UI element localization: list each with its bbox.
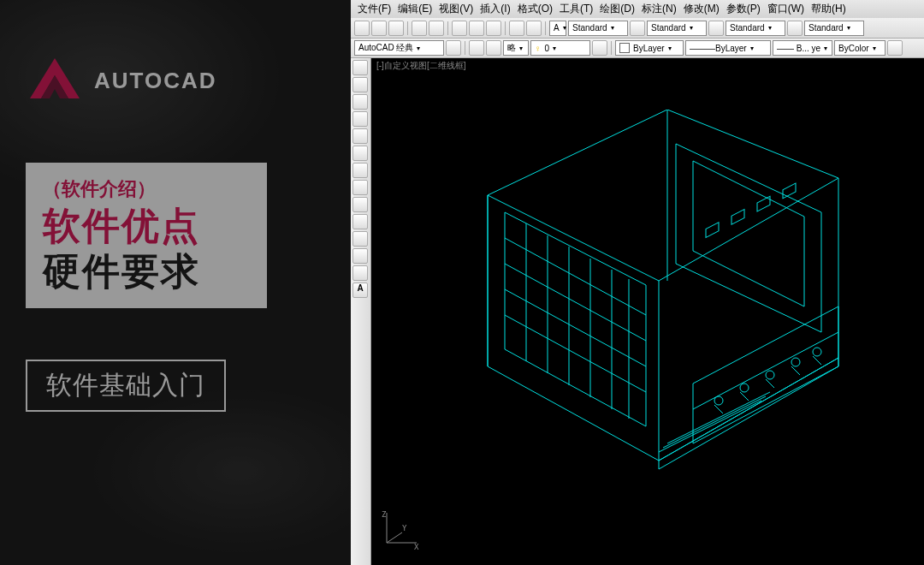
polyline-icon[interactable] xyxy=(352,77,368,92)
menu-tools[interactable]: 工具(T) xyxy=(556,0,596,18)
menu-help[interactable]: 帮助(H) xyxy=(808,0,850,18)
toolbar-layers: AutoCAD 经典 略 ♀ 0 ByLayer ———ByLayer —— B… xyxy=(351,39,924,58)
rect-icon[interactable] xyxy=(352,128,368,144)
workspace-dropdown[interactable]: AutoCAD 经典 xyxy=(354,40,444,56)
menu-modify[interactable]: 修改(M) xyxy=(680,0,723,18)
linetype-dropdown[interactable]: ———ByLayer xyxy=(685,40,771,56)
menu-format[interactable]: 格式(O) xyxy=(514,0,556,18)
ucs-axis-icon: X Z Y xyxy=(378,508,421,551)
svg-rect-8 xyxy=(783,183,796,199)
undo-icon[interactable] xyxy=(509,21,524,36)
separator xyxy=(505,21,506,35)
dimstyle-dropdown[interactable]: Standard xyxy=(647,21,707,36)
menu-edit[interactable]: 编辑(E) xyxy=(394,0,435,18)
promo-line2: 硬件要求 xyxy=(43,249,250,294)
svg-point-0 xyxy=(714,396,723,405)
region-icon[interactable] xyxy=(352,248,368,264)
open-icon[interactable] xyxy=(371,21,387,36)
brand-text: AUTOCAD xyxy=(94,68,217,94)
color-dropdown[interactable]: ByLayer xyxy=(615,40,684,56)
menu-insert[interactable]: 插入(I) xyxy=(477,0,513,18)
svg-point-4 xyxy=(813,348,821,356)
promo-subtitle: （软件介绍） xyxy=(43,176,250,202)
text-icon[interactable] xyxy=(352,180,368,195)
lineweight-dropdown[interactable]: —— B... ye xyxy=(773,40,832,56)
svg-point-2 xyxy=(766,371,774,379)
workspace-gear-icon[interactable] xyxy=(446,40,461,56)
plotstyle-dropdown[interactable]: ByColor xyxy=(834,40,886,56)
layer-prop-icon[interactable] xyxy=(469,40,484,56)
point-icon[interactable] xyxy=(352,231,368,247)
svg-line-11 xyxy=(387,532,402,543)
promo-panel: AUTOCAD （软件介绍） 软件优点 硬件要求 软件基础入门 xyxy=(0,0,351,565)
new-icon[interactable] xyxy=(354,21,370,36)
layer-dropdown[interactable]: ♀ 0 xyxy=(530,40,590,56)
tablestyle-icon[interactable] xyxy=(787,21,803,36)
cad-3d-wireframe xyxy=(436,110,881,520)
menu-bar: 文件(F) 编辑(E) 视图(V) 插入(I) 格式(O) 工具(T) 绘图(D… xyxy=(351,0,924,18)
menu-window[interactable]: 窗口(W) xyxy=(764,0,808,18)
svg-point-3 xyxy=(791,358,800,366)
promo-card: （软件介绍） 软件优点 硬件要求 xyxy=(26,163,267,308)
save-icon[interactable] xyxy=(388,21,404,36)
layer-state-icon[interactable] xyxy=(486,40,501,56)
promo-line1: 软件优点 xyxy=(43,204,250,249)
svg-point-1 xyxy=(740,384,749,392)
block-icon[interactable] xyxy=(352,214,368,229)
paste-icon[interactable] xyxy=(486,21,501,36)
lightbulb-icon: ♀ xyxy=(535,44,542,53)
plot-icon[interactable] xyxy=(887,40,903,56)
dimlinear-icon[interactable] xyxy=(352,197,368,212)
circle-icon[interactable] xyxy=(352,94,368,110)
autocad-logo-icon xyxy=(26,51,84,110)
autocad-window: 文件(F) 编辑(E) 视图(V) 插入(I) 格式(O) 工具(T) 绘图(D… xyxy=(351,0,924,565)
mtext-icon[interactable]: A xyxy=(352,282,368,298)
svg-text:Z: Z xyxy=(382,510,387,519)
copy-icon[interactable] xyxy=(469,21,484,36)
cut-icon[interactable] xyxy=(452,21,467,36)
toolbar-standard: A Standard Standard Standard Standard xyxy=(351,18,924,39)
menu-param[interactable]: 参数(P) xyxy=(723,0,764,18)
hatch-icon[interactable] xyxy=(352,163,368,178)
separator xyxy=(447,21,448,35)
tablestyle-dropdown[interactable]: Standard xyxy=(726,21,785,36)
arc-icon[interactable] xyxy=(352,111,368,127)
textstyle-dropdown[interactable]: Standard xyxy=(568,21,628,36)
separator xyxy=(611,41,612,55)
promo-tag: 软件基础入门 xyxy=(26,360,226,412)
color-swatch xyxy=(619,43,630,53)
menu-dim[interactable]: 标注(N) xyxy=(638,0,680,18)
style4-dropdown[interactable]: Standard xyxy=(804,21,864,36)
dimstyle-icon[interactable] xyxy=(708,21,724,36)
menu-view[interactable]: 视图(V) xyxy=(435,0,477,18)
svg-rect-6 xyxy=(732,210,744,225)
viewport-label[interactable]: [-]自定义视图[二维线框] xyxy=(376,60,465,72)
print-icon[interactable] xyxy=(412,21,427,36)
menu-draw[interactable]: 绘图(D) xyxy=(596,0,638,18)
layer-prev-icon[interactable] xyxy=(592,40,607,56)
line-icon[interactable] xyxy=(352,60,368,75)
ellipse-icon[interactable] xyxy=(352,146,368,161)
separator xyxy=(407,21,408,35)
redo-icon[interactable] xyxy=(526,21,542,36)
annotate-dropdown[interactable]: A xyxy=(549,21,566,36)
separator xyxy=(545,21,546,35)
svg-text:Y: Y xyxy=(402,524,407,532)
separator xyxy=(465,41,465,55)
menu-file[interactable]: 文件(F) xyxy=(354,0,394,18)
svg-text:X: X xyxy=(414,543,419,551)
draw-toolbar: A xyxy=(351,58,371,565)
textstyle-icon[interactable] xyxy=(630,21,645,36)
svg-rect-5 xyxy=(706,223,719,238)
drawing-canvas[interactable]: A [-]自定义视图[二维线框] xyxy=(351,58,924,565)
layerstate-dropdown[interactable]: 略 xyxy=(503,40,529,56)
table-icon[interactable] xyxy=(352,265,368,281)
preview-icon[interactable] xyxy=(429,21,444,36)
